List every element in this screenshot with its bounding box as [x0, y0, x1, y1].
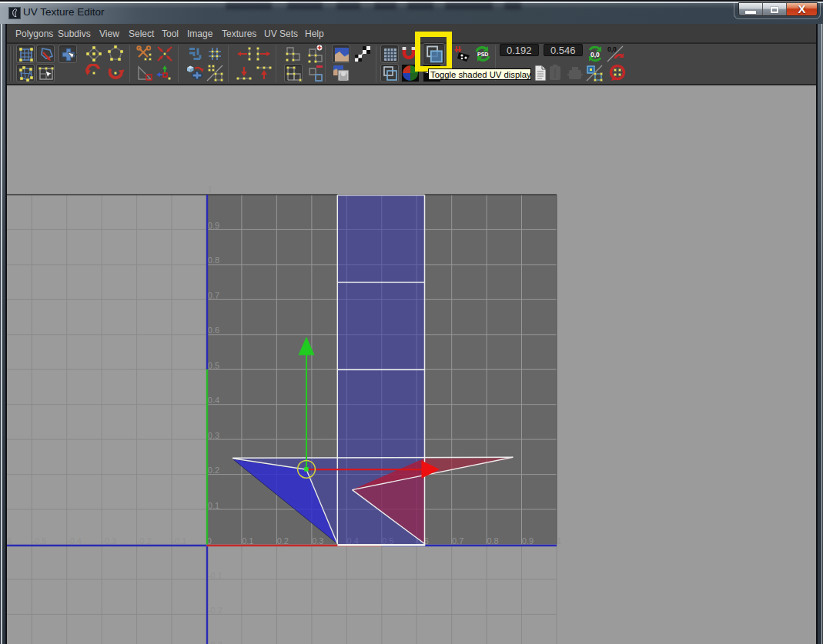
svg-text:0.2: 0.2: [208, 465, 219, 475]
svg-text:0.3: 0.3: [208, 431, 219, 440]
svg-text:1: 1: [557, 536, 561, 546]
svg-text:0,0: 0,0: [590, 51, 600, 58]
svg-text:0.2: 0.2: [277, 536, 289, 546]
svg-text:PSD: PSD: [477, 52, 488, 57]
svg-text:0.1: 0.1: [242, 536, 253, 546]
svg-text:-0.2: -0.2: [208, 606, 222, 615]
svg-text:0.4: 0.4: [208, 395, 219, 405]
svg-text:0.9: 0.9: [208, 221, 219, 230]
svg-text:0.6: 0.6: [208, 325, 219, 335]
svg-text:0.9: 0.9: [522, 536, 534, 546]
svg-text:0.3: 0.3: [312, 536, 323, 546]
svg-text:1: 1: [208, 185, 212, 194]
svg-text:-0.4: -0.4: [67, 536, 82, 546]
svg-text:0.8: 0.8: [208, 255, 219, 265]
svg-text:-0.2: -0.2: [137, 536, 152, 546]
svg-text:-0.3: -0.3: [102, 536, 117, 546]
svg-text:-0.5: -0.5: [32, 536, 47, 546]
svg-text:-0.3: -0.3: [208, 640, 222, 644]
svg-text:0.8: 0.8: [487, 536, 498, 546]
svg-text:0.5: 0.5: [208, 361, 219, 370]
svg-text:0.1: 0.1: [208, 501, 219, 510]
svg-text:0,0: 0,0: [607, 45, 617, 53]
svg-text:-0.1: -0.1: [208, 571, 222, 580]
svg-text:0.7: 0.7: [452, 536, 463, 546]
svg-text:0.7: 0.7: [208, 291, 219, 300]
svg-text:-0.1: -0.1: [172, 536, 186, 546]
